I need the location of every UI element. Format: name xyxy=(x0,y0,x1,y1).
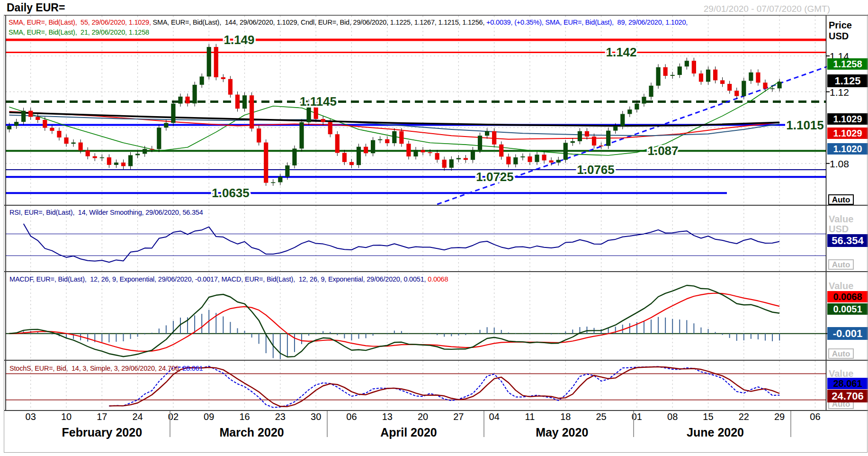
legend-segment: SMA, EUR=, Bid(Last), 55, 29/06/2020, 1.… xyxy=(9,18,153,26)
x-tick-22: 22 xyxy=(739,411,749,422)
price-axis-header: Price xyxy=(829,20,852,31)
macd-auto-button[interactable]: Auto xyxy=(828,348,854,359)
x-month-label: April 2020 xyxy=(380,426,437,439)
price-auto-button[interactable]: Auto xyxy=(828,194,854,205)
x-tick-29: 29 xyxy=(774,411,785,422)
stoch-badge-24.706: 24.706 xyxy=(827,390,868,402)
legend-segment: MACD, EUR=, Bid(Last), 12, 26, 9, Expone… xyxy=(221,275,428,283)
price-badge-1.1029: 1.1029 xyxy=(827,113,868,125)
x-tick-09: 09 xyxy=(204,411,214,422)
level-label-1.1145: 1.1145 xyxy=(300,94,337,109)
x-tick-06: 06 xyxy=(346,411,357,422)
macd-badge--0.001: -0.001 xyxy=(827,327,868,340)
level-label-1.149: 1.149 xyxy=(224,33,254,47)
legend-segment: 0.0068 xyxy=(428,275,448,283)
x-tick-30: 30 xyxy=(311,411,321,422)
legend-segment: +0.0039, (+0.35%), xyxy=(486,18,545,26)
x-tick-27: 27 xyxy=(453,411,464,422)
month-separator xyxy=(170,410,170,437)
rsi-legend: RSI, EUR=, Bid(Last), 14, Wilder Smoothi… xyxy=(9,209,203,216)
level-label-1.0765: 1.0765 xyxy=(577,163,615,177)
stoch-badge-28.061: 28.061 xyxy=(827,378,868,389)
price-badge-1.125: 1.125 xyxy=(827,74,868,87)
main-legend-line2: SMA, EUR=, Bid(Last), 21, 29/06/2020, 1.… xyxy=(9,28,149,36)
legend-segment: StochS, EUR=, Bid, 14, 3, Simple, 3, 29/… xyxy=(9,365,182,372)
x-tick-06: 06 xyxy=(810,411,820,422)
x-tick-03: 03 xyxy=(26,411,36,422)
panel-divider-macd xyxy=(4,271,868,272)
rsi-badge-56.354: 56.354 xyxy=(827,234,868,247)
macd-badge-0.0051: 0.0051 xyxy=(827,303,868,315)
level-label-1.0635: 1.0635 xyxy=(212,186,250,200)
month-separator xyxy=(327,410,328,437)
panel-divider-stoch xyxy=(4,360,868,361)
legend-segment: Cndl, EUR=, Bid, 29/06/2020, 1.1225, 1.1… xyxy=(301,18,486,26)
x-tick-23: 23 xyxy=(275,411,286,422)
chart-canvas[interactable]: 1.1491.1421.11451.10151.0871.07651.07251… xyxy=(0,0,868,456)
price-tick-1.08: 1.08 xyxy=(830,158,849,170)
stoch-legend: StochS, EUR=, Bid, 14, 3, Simple, 3, 29/… xyxy=(9,365,203,372)
x-month-label: March 2020 xyxy=(219,426,284,439)
price-tick-1.12: 1.12 xyxy=(830,87,849,98)
level-label-1.087: 1.087 xyxy=(647,144,678,158)
level-label-1.0725: 1.0725 xyxy=(476,170,514,184)
month-separator xyxy=(633,410,634,437)
panel-divider-rsi xyxy=(4,205,868,206)
legend-segment: SMA, EUR=, Bid(Last), 21, 29/06/2020, 1.… xyxy=(9,28,149,36)
main-legend-line1: SMA, EUR=, Bid(Last), 55, 29/06/2020, 1.… xyxy=(9,18,688,26)
legend-segment: MACDF, EUR=, Bid(Last), 12, 26, 9, Expon… xyxy=(9,275,221,283)
price-axis-header: USD xyxy=(829,31,849,42)
legend-segment: RSI, EUR=, Bid(Last), 14, Wilder Smoothi… xyxy=(9,209,203,216)
month-separator xyxy=(483,410,484,437)
level-label-1.142: 1.142 xyxy=(606,45,636,59)
macd-value-header: Value xyxy=(829,281,853,292)
legend-segment: 28.061 xyxy=(182,365,203,372)
legend-segment: SMA, EUR=, Bid(Last), 89, 29/06/2020, 1.… xyxy=(545,18,688,26)
x-tick-20: 20 xyxy=(418,411,428,422)
panel-divider-xaxis xyxy=(4,410,868,411)
rsi-auto-button[interactable]: Auto xyxy=(828,259,854,270)
month-separator xyxy=(790,410,791,437)
x-tick-16: 16 xyxy=(239,411,250,422)
rsi-value-header: Value xyxy=(829,214,853,225)
x-tick-25: 25 xyxy=(596,411,606,422)
x-tick-10: 10 xyxy=(61,411,72,422)
x-tick-11: 11 xyxy=(525,411,535,422)
price-badge-1.1258: 1.1258 xyxy=(827,58,868,70)
chart-application: { "header": { "title": "Daily EUR=", "da… xyxy=(0,0,868,456)
x-tick-04: 04 xyxy=(489,411,500,422)
x-tick-24: 24 xyxy=(133,411,143,422)
price-badge-1.1029: 1.1029 xyxy=(827,128,868,139)
x-tick-08: 08 xyxy=(667,411,678,422)
x-month-label: May 2020 xyxy=(536,426,588,439)
x-tick-18: 18 xyxy=(560,411,571,422)
legend-segment: SMA, EUR=, Bid(Last), 144, 29/06/2020, 1… xyxy=(153,18,301,26)
level-label-1.1015: 1.1015 xyxy=(786,118,824,132)
price-badge-1.1020: 1.1020 xyxy=(827,143,868,155)
x-month-label: February 2020 xyxy=(62,426,143,439)
x-tick-17: 17 xyxy=(97,411,107,422)
rsi-value-header: USD xyxy=(829,224,849,235)
x-tick-13: 13 xyxy=(382,411,393,422)
panel-divider-top xyxy=(4,15,868,16)
x-tick-15: 15 xyxy=(703,411,713,422)
macd-badge-0.0068: 0.0068 xyxy=(827,291,868,302)
x-month-label: June 2020 xyxy=(687,426,744,439)
macd-legend: MACDF, EUR=, Bid(Last), 12, 26, 9, Expon… xyxy=(9,275,448,283)
